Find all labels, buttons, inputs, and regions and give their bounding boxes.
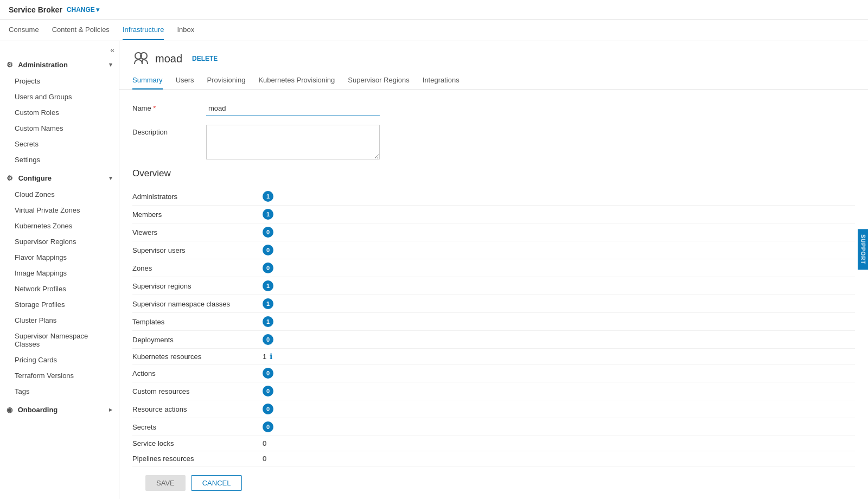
overview-row-supervisor-users: Supervisor users0 — [132, 241, 855, 259]
description-label: Description — [132, 125, 197, 136]
content-area: moad DELETE Summary Users Provisioning K… — [119, 41, 868, 499]
overview-label-resource-actions: Resource actions — [132, 405, 263, 413]
sidebar-section-header-onboarding[interactable]: ◉ Onboarding ▸ — [0, 401, 119, 418]
content-tab-summary[interactable]: Summary — [132, 72, 163, 89]
badge-templates: 1 — [263, 316, 273, 327]
sidebar-item-storage-profiles[interactable]: Storage Profiles — [0, 297, 119, 312]
top-bar: Service Broker CHANGE ▾ — [0, 0, 868, 20]
sidebar-collapse: « — [0, 41, 119, 56]
tab-consume[interactable]: Consume — [9, 20, 39, 40]
value-text-pipelines-resources: 0 — [263, 455, 266, 463]
sidebar-item-virtual-private-zones[interactable]: Virtual Private Zones — [0, 202, 119, 218]
overview-label-templates: Templates — [132, 318, 263, 326]
sidebar-item-users-groups[interactable]: Users and Groups — [0, 89, 119, 105]
sidebar-item-supervisor-regions[interactable]: Supervisor Regions — [0, 234, 119, 250]
cancel-button[interactable]: CANCEL — [191, 475, 242, 491]
content-tab-users[interactable]: Users — [176, 72, 194, 89]
content-tab-kubernetes-provisioning[interactable]: Kubernetes Provisioning — [258, 72, 335, 89]
change-button[interactable]: CHANGE ▾ — [67, 6, 99, 14]
overview-value-pipelines-resources: 0 — [263, 455, 266, 463]
sidebar: « ⚙ Administration ▾ Projects Users and … — [0, 41, 119, 499]
badge-administrators: 1 — [263, 191, 273, 202]
overview-value-secrets: 0 — [263, 421, 273, 432]
sidebar-item-custom-roles[interactable]: Custom Roles — [0, 105, 119, 120]
sidebar-section-configure: ⚙ Configure ▾ Cloud Zones Virtual Privat… — [0, 170, 119, 399]
sidebar-item-kubernetes-zones[interactable]: Kubernetes Zones — [0, 218, 119, 234]
chevron-down-icon: ▾ — [109, 61, 112, 68]
chevron-right-icon-onboarding: ▸ — [109, 406, 112, 413]
content-tab-supervisor-regions[interactable]: Supervisor Regions — [348, 72, 409, 89]
sidebar-item-image-mappings[interactable]: Image Mappings — [0, 265, 119, 281]
required-indicator: * — [151, 104, 156, 112]
tab-content-policies[interactable]: Content & Policies — [52, 20, 110, 40]
badge-custom-resources: 0 — [263, 386, 273, 396]
chevron-down-icon-configure: ▾ — [109, 175, 112, 182]
content-tab-provisioning[interactable]: Provisioning — [207, 72, 246, 89]
badge-secrets: 0 — [263, 421, 273, 432]
administration-icon: ⚙ — [7, 61, 13, 69]
overview-label-pipelines-resources: Pipelines resources — [132, 455, 263, 463]
overview-value-administrators: 1 — [263, 191, 273, 202]
badge-resource-actions: 0 — [263, 404, 273, 414]
sidebar-item-cluster-plans[interactable]: Cluster Plans — [0, 312, 119, 328]
name-label: Name * — [132, 101, 197, 112]
overview-row-pipelines-resources: Pipelines resources0 — [132, 451, 855, 466]
sidebar-item-flavor-mappings[interactable]: Flavor Mappings — [0, 250, 119, 265]
sidebar-item-custom-names[interactable]: Custom Names — [0, 120, 119, 136]
sidebar-item-terraform-versions[interactable]: Terraform Versions — [0, 368, 119, 383]
badge-deployments: 0 — [263, 334, 273, 345]
name-input[interactable] — [206, 101, 380, 116]
info-icon-kubernetes-resources[interactable]: ℹ — [270, 352, 272, 361]
overview-row-supervisor-regions: Supervisor regions1 — [132, 277, 855, 295]
overview-row-service-locks: Service locks0 — [132, 436, 855, 451]
description-field-row: Description — [132, 125, 855, 159]
overview-value-supervisor-namespace-classes: 1 — [263, 298, 273, 309]
overview-label-members: Members — [132, 210, 263, 219]
sidebar-item-tags[interactable]: Tags — [0, 383, 119, 399]
delete-button[interactable]: DELETE — [192, 55, 218, 62]
overview-row-secrets: Secrets0 — [132, 418, 855, 436]
badge-supervisor-namespace-classes: 1 — [263, 298, 273, 309]
overview-label-service-locks: Service locks — [132, 439, 263, 447]
overview-row-templates: Templates1 — [132, 313, 855, 331]
overview-label-kubernetes-resources: Kubernetes resources — [132, 353, 263, 361]
sidebar-item-cloud-zones[interactable]: Cloud Zones — [0, 187, 119, 202]
action-buttons: SAVE CANCEL — [132, 466, 855, 499]
overview-title: Overview — [132, 168, 855, 179]
badge-members: 1 — [263, 209, 273, 220]
sidebar-section-header-administration[interactable]: ⚙ Administration ▾ — [0, 56, 119, 73]
overview-label-supervisor-regions: Supervisor regions — [132, 282, 263, 290]
sidebar-item-projects[interactable]: Projects — [0, 73, 119, 89]
overview-row-viewers: Viewers0 — [132, 223, 855, 241]
tab-infrastructure[interactable]: Infrastructure — [123, 20, 164, 40]
overview-row-kubernetes-resources: Kubernetes resources1ℹ — [132, 349, 855, 364]
sidebar-item-settings[interactable]: Settings — [0, 152, 119, 168]
tab-inbox[interactable]: Inbox — [177, 20, 194, 40]
overview-value-members: 1 — [263, 209, 273, 220]
overview-row-zones: Zones0 — [132, 259, 855, 277]
overview-row-resource-actions: Resource actions0 — [132, 400, 855, 418]
save-button[interactable]: SAVE — [145, 475, 186, 491]
badge-actions: 0 — [263, 368, 273, 379]
description-textarea[interactable] — [206, 125, 380, 159]
sidebar-item-supervisor-namespace-classes[interactable]: Supervisor Namespace Classes — [0, 328, 119, 352]
overview-label-supervisor-users: Supervisor users — [132, 246, 263, 254]
onboarding-icon: ◉ — [7, 406, 12, 414]
overview-label-deployments: Deployments — [132, 336, 263, 344]
support-tab[interactable]: SUPPORT — [858, 229, 868, 270]
configure-icon: ⚙ — [7, 174, 13, 182]
form-area: Name * Description Overview Administrato… — [119, 90, 868, 499]
overview-label-custom-resources: Custom resources — [132, 387, 263, 395]
collapse-button[interactable]: « — [110, 46, 114, 54]
nav-tabs: Consume Content & Policies Infrastructur… — [0, 20, 868, 41]
value-text-kubernetes-resources: 1 — [263, 353, 266, 361]
content-tab-integrations[interactable]: Integrations — [423, 72, 459, 89]
sidebar-item-pricing-cards[interactable]: Pricing Cards — [0, 352, 119, 368]
sidebar-item-network-profiles[interactable]: Network Profiles — [0, 281, 119, 297]
overview-row-members: Members1 — [132, 206, 855, 223]
content-tabs: Summary Users Provisioning Kubernetes Pr… — [119, 72, 868, 90]
sidebar-item-secrets[interactable]: Secrets — [0, 136, 119, 152]
sidebar-section-header-configure[interactable]: ⚙ Configure ▾ — [0, 170, 119, 187]
badge-zones: 0 — [263, 263, 273, 273]
overview-value-templates: 1 — [263, 316, 273, 327]
